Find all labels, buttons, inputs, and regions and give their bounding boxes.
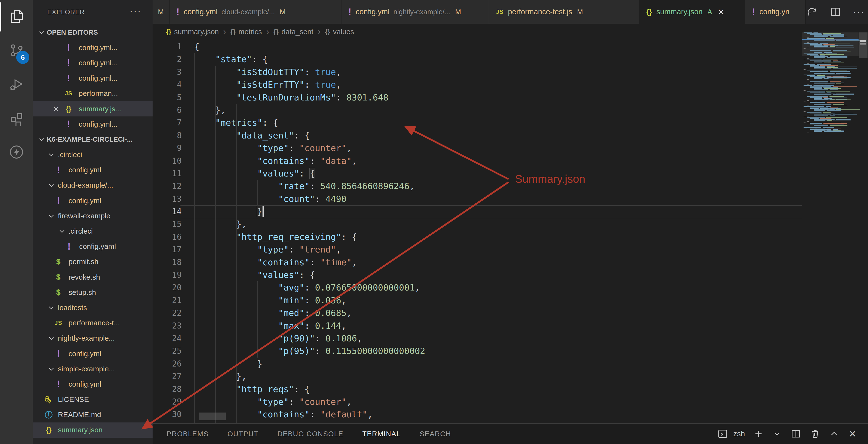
tree-item-license[interactable]: LICENSE [33,392,153,407]
code-line[interactable]: "p(95)": 0.11550000000000002 [194,345,425,357]
panel-tab-problems[interactable]: PROBLEMS [166,430,209,438]
tab-performance-test-js[interactable]: JSperformance-test.jsM [489,0,640,24]
terminal-dropdown-icon[interactable] [772,427,782,441]
close-icon[interactable]: × [718,6,724,17]
code-line[interactable]: "min": 0.036, [194,294,425,307]
maximize-panel-button[interactable] [829,427,839,441]
panel-tab-debug-console[interactable]: DEBUG CONSOLE [277,430,343,438]
new-terminal-button[interactable]: + [754,427,764,441]
code-line[interactable]: } [194,357,425,370]
code-line[interactable]: "isStdErrTTY": true, [194,78,425,91]
code-line[interactable]: "contains": "time", [194,256,425,269]
minimap[interactable] [802,32,859,149]
code-line[interactable]: "type": "trend", [194,243,425,256]
activity-bar-item-run-debug[interactable] [0,68,33,102]
code-line[interactable]: "p(90)": 0.1086, [194,332,425,345]
tree-item-config-yml[interactable]: !config.ymlM [33,162,153,178]
breadcrumb-item-data-sent[interactable]: {}data_sent [273,28,313,36]
line-number: 3 [153,66,182,78]
code-line[interactable]: "type": "counter", [194,395,425,408]
tab-fragment[interactable]: M [153,0,169,24]
tree-item-config-yml[interactable]: !config.ymlM [33,376,153,392]
code-line[interactable]: "rate": 540.8564660896246, [194,180,425,192]
tab-config-yml[interactable]: !config.ymlcloud-example/...M [169,0,341,24]
breadcrumb-item-values[interactable]: {}values [325,28,354,36]
tree-item-config-yaml[interactable]: !config.yaml [33,239,153,254]
panel-tab-search[interactable]: SEARCH [420,430,451,438]
tree-item-revoke-sh[interactable]: $revoke.sh [33,269,153,285]
close-icon[interactable]: × [53,104,59,114]
code-line[interactable]: "contains": "data", [194,155,425,167]
tree-item-config-yml[interactable]: !config.ymlM [33,346,153,361]
code-line[interactable]: "testRunDurationMs": 8301.648 [194,91,425,104]
tree-item-permit-sh[interactable]: $permit.sh [33,254,153,269]
tree-folder-simple-example-[interactable]: simple-example... [33,361,153,376]
code-line[interactable]: "max": 0.144, [194,320,425,332]
code-line[interactable]: "avg": 0.07665000000000001, [194,281,425,294]
close-panel-button[interactable]: × [848,427,857,441]
item-label: nightly-example... [58,334,115,342]
tree-item-config-yml-[interactable]: !config.yml...M [33,71,153,86]
sidebar-title: EXPLORER [47,8,85,16]
activity-bar-item-source-control[interactable]: 6 [0,34,33,68]
breadcrumb-item-summary-json[interactable]: {}summary.json [166,28,219,36]
code-line[interactable]: "isStdOutTTY": true, [194,66,425,78]
code-line[interactable]: "contains": "default", [194,408,425,421]
tab-config-yn[interactable]: !config.yn [745,0,806,24]
sync-icon[interactable] [806,6,818,18]
code-line[interactable]: "count": 4490 [194,193,425,205]
kill-terminal-button[interactable] [810,427,820,441]
sidebar-section-open-editors[interactable]: OPEN EDITORS [33,25,153,40]
code-line[interactable]: "med": 0.0685, [194,307,425,319]
panel-tab-output[interactable]: OUTPUT [227,430,258,438]
tree-folder-loadtests[interactable]: loadtests [33,300,153,315]
warning-icon: ! [64,241,74,252]
tree-item-performance-t-[interactable]: JSperformance-t...M [33,315,153,331]
code-line[interactable]: }, [194,218,425,230]
tree-item-summary-js-[interactable]: ×{}summary.js...A [33,101,153,117]
code-line[interactable]: "type": "counter", [194,142,425,154]
code-line[interactable]: "values": { [194,269,425,281]
code-line[interactable]: } [194,205,425,218]
code-line[interactable]: }, [194,370,425,383]
split-terminal-button[interactable] [790,427,801,441]
code-line[interactable]: }, [194,104,425,117]
code-line[interactable]: { [194,40,425,53]
chevron-down-icon [38,136,45,143]
sidebar-section-k6-example-circleci-[interactable]: K6-EXAMPLE-CIRCLECI-... [33,132,153,147]
breadcrumb-item-metrics[interactable]: {}metrics [230,28,262,36]
tree-folder--circleci[interactable]: .circleci [33,147,153,162]
code-content[interactable]: { "state": { "isStdOutTTY": true, "isStd… [194,40,425,423]
activity-bar-item-circleci[interactable] [0,135,33,169]
tree-item-readme-md[interactable]: README.md [33,407,153,422]
activity-bar-item-explorer[interactable] [0,0,33,34]
vertical-scrollbar[interactable] [858,0,868,423]
code-editor[interactable]: 1234567891011121314151617181920212223242… [153,40,868,423]
tree-item-config-yml-[interactable]: !config.yml...M [33,40,153,55]
code-line[interactable]: "data_sent": { [194,129,425,142]
split-editor-icon[interactable] [829,6,842,18]
code-line[interactable]: "http_reqs": { [194,383,425,395]
tree-item-summary-json[interactable]: {}summary.jsonA [33,422,153,438]
code-line[interactable]: "http_req_receiving": { [194,231,425,243]
horizontal-scrollbar[interactable] [199,413,226,420]
panel-tab-terminal[interactable]: TERMINAL [362,430,401,438]
tree-folder-cloud-example-[interactable]: cloud-example/... [33,178,153,193]
tree-item-config-yml-[interactable]: !config.yml...M [33,117,153,132]
tree-item-config-yml[interactable]: !config.ymlM [33,193,153,208]
sidebar-more-actions-icon[interactable]: ··· [130,5,142,16]
vertical-scrollbar-thumb[interactable] [859,32,868,58]
tree-folder-nightly-example-[interactable]: nightly-example... [33,331,153,346]
tree-item-config-yml-[interactable]: !config.yml...M [33,55,153,70]
tab-config-yml[interactable]: !config.ymlnightly-example/...M [341,0,489,24]
code-line[interactable]: "values": { [194,421,425,423]
tree-item-performan-[interactable]: JSperforman...M [33,86,153,101]
tree-folder--circleci[interactable]: .circleci [33,223,153,239]
tree-item-setup-sh[interactable]: $setup.sh [33,285,153,300]
code-line[interactable]: "state": { [194,53,425,66]
tab-summary-json[interactable]: {}summary.jsonA× [640,0,745,24]
item-label: permit.sh [68,258,98,266]
activity-bar-item-extensions[interactable] [0,102,33,135]
code-line[interactable]: "metrics": { [194,117,425,129]
tree-folder-firewall-example[interactable]: firewall-example [33,208,153,223]
